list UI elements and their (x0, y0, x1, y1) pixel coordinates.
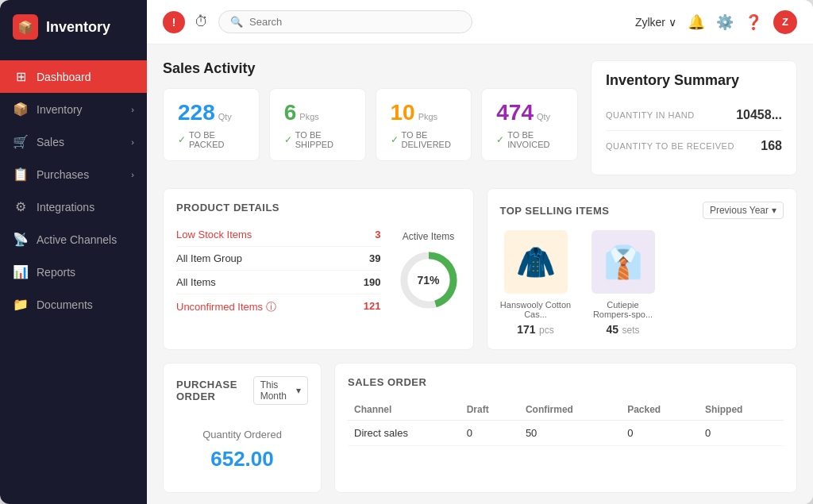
product-row-item-group: All Item Group 39 (176, 247, 381, 271)
selling-item-1: 👔 Cutiepie Rompers-spo... 45 sets (588, 230, 659, 337)
product-details-section: PRODUCT DETAILS Low Stock Items 3 All It… (163, 188, 474, 350)
selling-item-name-1: Cutiepie Rompers-spo... (588, 300, 659, 319)
sidebar-item-purchases[interactable]: 📋 Purchases › (0, 158, 147, 190)
sidebar-nav: ⊞ Dashboard 📦 Inventory › 🛒 Sales › 📋 Pu… (0, 54, 147, 504)
main-content: ! ⏱ 🔍 Zylker ∨ 🔔 ⚙️ ❓ Z Sales Activity (147, 0, 813, 504)
reports-icon: 📊 (13, 264, 29, 279)
selling-item-qty-1: 45 sets (606, 322, 639, 337)
unconfirmed-label: Unconfirmed Items ⓘ (176, 300, 276, 314)
selling-item-name-0: Hanswooly Cotton Cas... (500, 300, 572, 319)
delivered-unit: Pkgs (418, 112, 437, 121)
po-title: PURCHASE ORDER (176, 379, 253, 402)
po-header: PURCHASE ORDER This Month ▾ (176, 376, 308, 405)
donut-label: Active Items (403, 231, 454, 242)
so-col-shipped: Shipped (699, 399, 784, 421)
avatar[interactable]: Z (773, 10, 797, 34)
inventory-summary-title: Inventory Summary (606, 72, 782, 89)
sidebar-item-dashboard[interactable]: ⊞ Dashboard (0, 60, 147, 93)
po-period-select[interactable]: This Month ▾ (253, 376, 308, 405)
selling-item-img-1: 👔 (591, 230, 655, 294)
packed-label: ✓TO BE PACKED (178, 130, 245, 149)
so-title: SALES ORDER (348, 376, 784, 388)
sales-activity-title: Sales Activity (163, 60, 578, 77)
table-row: Direct sales 0 50 0 0 (348, 421, 784, 446)
donut-container: Active Items 71% (397, 223, 460, 320)
alert-button[interactable]: ! (163, 11, 185, 33)
logo-text: Inventory (46, 19, 110, 36)
sidebar-label-documents: Documents (37, 298, 93, 311)
selling-items: 🧥 Hanswooly Cotton Cas... 171 pcs 👔 Cuti… (500, 230, 784, 337)
purchases-icon: 📋 (13, 167, 29, 182)
po-qty-value: 652.00 (176, 447, 308, 471)
search-input[interactable] (249, 16, 460, 28)
dashboard: Sales Activity 228Qty ✓TO BE PACKED 6Pkg… (147, 44, 813, 504)
sidebar-item-integrations[interactable]: ⚙ Integrations (0, 190, 147, 223)
top-selling-section: TOP SELLING ITEMS Previous Year ▾ 🧥 Hans… (487, 188, 798, 350)
so-cell-shipped-0: 0 (699, 421, 784, 446)
so-col-packed: Packed (621, 399, 699, 421)
logo-icon: 📦 (13, 14, 38, 40)
donut-percent: 71% (417, 274, 439, 287)
po-chevron-icon: ▾ (296, 385, 301, 396)
topbar-right: Zylker ∨ 🔔 ⚙️ ❓ Z (635, 10, 797, 34)
sidebar-label-purchases: Purchases (37, 168, 89, 181)
delivered-label: ✓TO BE DELIVERED (391, 130, 457, 149)
shipped-number: 6 (284, 100, 297, 125)
product-list: Low Stock Items 3 All Item Group 39 All … (176, 223, 381, 320)
top-selling-title: TOP SELLING ITEMS (500, 205, 610, 217)
help-icon[interactable]: ❓ (745, 13, 762, 31)
dashboard-icon: ⊞ (13, 69, 29, 84)
inv-row-in-hand: QUANTITY IN HAND 10458... (606, 100, 782, 131)
chevron-down-icon: ▾ (772, 205, 776, 216)
search-bar[interactable]: 🔍 (218, 10, 472, 33)
po-content: Quantity Ordered 652.00 (176, 421, 308, 479)
settings-icon[interactable]: ⚙️ (716, 13, 734, 31)
shipped-label: ✓TO BE SHIPPED (284, 130, 351, 149)
sidebar-label-integrations: Integrations (37, 201, 94, 214)
topbar: ! ⏱ 🔍 Zylker ∨ 🔔 ⚙️ ❓ Z (147, 0, 813, 44)
donut-chart: 71% (397, 248, 460, 312)
selling-item-img-0: 🧥 (504, 230, 568, 294)
sales-activity-section: Sales Activity 228Qty ✓TO BE PACKED 6Pkg… (163, 60, 578, 175)
activity-card-invoiced: 474Qty ✓TO BE INVOICED (481, 88, 578, 161)
low-stock-value: 3 (375, 229, 380, 240)
inventory-summary-section: Inventory Summary QUANTITY IN HAND 10458… (591, 60, 797, 175)
sidebar-label-dashboard: Dashboard (37, 71, 91, 83)
product-row-low-stock: Low Stock Items 3 (176, 223, 381, 247)
history-icon[interactable]: ⏱ (195, 13, 209, 30)
shipped-unit: Pkgs (299, 112, 318, 121)
sales-arrow-icon: › (131, 137, 134, 147)
invoiced-check-icon: ✓ (496, 134, 504, 145)
sidebar-item-inventory[interactable]: 📦 Inventory › (0, 93, 147, 125)
selling-item-qty-0: 171 pcs (517, 322, 554, 337)
packed-check-icon: ✓ (178, 134, 186, 145)
sidebar-logo: 📦 Inventory (0, 0, 147, 54)
documents-icon: 📁 (13, 297, 29, 312)
po-qty-label: Quantity Ordered (176, 429, 308, 441)
period-select[interactable]: Previous Year ▾ (703, 202, 784, 219)
sidebar-label-sales: Sales (37, 136, 64, 148)
so-cell-draft-0: 0 (460, 421, 519, 446)
middle-row: PRODUCT DETAILS Low Stock Items 3 All It… (163, 188, 797, 350)
company-name[interactable]: Zylker ∨ (635, 16, 676, 29)
inv-label-to-receive: QUANTITY TO BE RECEIVED (606, 141, 734, 151)
all-items-label: All Items (176, 276, 216, 288)
active-channels-icon: 📡 (13, 232, 29, 247)
sidebar-item-sales[interactable]: 🛒 Sales › (0, 125, 147, 158)
so-cell-confirmed-0: 50 (519, 421, 621, 446)
sidebar-item-active-channels[interactable]: 📡 Active Channels (0, 223, 147, 256)
activity-card-delivered: 10Pkgs ✓TO BE DELIVERED (376, 88, 472, 161)
sales-order-section: SALES ORDER Channel Draft Confirmed Pack… (334, 363, 797, 493)
bell-icon[interactable]: 🔔 (688, 13, 705, 31)
shipped-check-icon: ✓ (284, 134, 292, 145)
unconfirmed-value: 121 (364, 300, 381, 314)
packed-unit: Qty (218, 112, 232, 121)
so-cell-channel-0: Direct sales (348, 421, 460, 446)
so-col-draft: Draft (460, 399, 519, 421)
purchases-arrow-icon: › (131, 170, 134, 179)
sidebar-label-active-channels: Active Channels (37, 233, 117, 246)
invoiced-number: 474 (496, 100, 534, 125)
sidebar-item-documents[interactable]: 📁 Documents (0, 288, 147, 321)
activity-card-packed: 228Qty ✓TO BE PACKED (163, 88, 260, 161)
sidebar-item-reports[interactable]: 📊 Reports (0, 256, 147, 288)
